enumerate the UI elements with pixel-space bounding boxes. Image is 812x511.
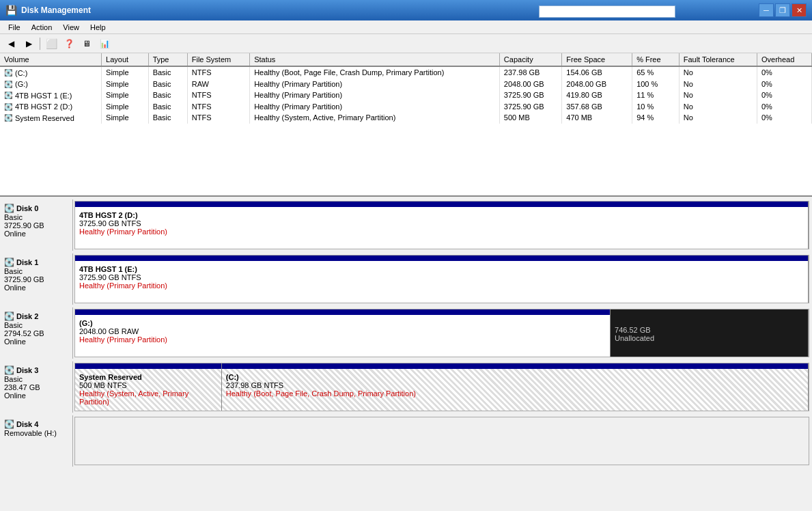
disk-partitions [74,417,809,465]
partition-block[interactable]: System Reserved 500 MB NTFS Healthy (Sys… [75,363,222,411]
cell-layout: Simple [102,112,149,124]
col-overhead[interactable]: Overhead [757,53,811,66]
partition-size: 237.98 GB NTFS [226,381,804,389]
cell-fs: NTFS [187,101,249,113]
disk-row: 💽 Disk 4 Removable (H:) [1,415,811,467]
disk-name-label: Disk 3 [16,366,38,374]
cell-fs: RAW [187,79,249,90]
table-row[interactable]: 💽4TB HGST 1 (E:) Simple Basic NTFS Healt… [0,89,812,101]
disk-button[interactable]: 🖥 [79,36,95,51]
disk-info: 💽 Disk 2 Basic 2794.52 GB Online [1,307,73,359]
cell-pctfree: 65 % [632,66,680,79]
cell-overhead: 0% [757,66,811,79]
partition-size: 2048.00 GB RAW [79,327,606,335]
table-row[interactable]: 💽4TB HGST 2 (D:) Simple Basic NTFS Healt… [0,101,812,113]
disk-name-row: 💽 Disk 0 [4,204,70,213]
cell-capacity: 3725.90 GB [499,101,561,113]
cell-fault: No [679,79,757,90]
col-layout[interactable]: Layout [102,53,149,66]
disk-status-label: Online [4,337,70,346]
cell-fault: No [679,66,757,79]
close-button[interactable]: ✕ [792,3,807,17]
disk-partitions: (G:) 2048.00 GB RAW Healthy (Primary Par… [74,309,809,357]
partition-block[interactable]: 4TB HGST 2 (D:) 3725.90 GB NTFS Healthy … [75,202,809,249]
cell-volume: 💽4TB HGST 2 (D:) [0,101,102,113]
restore-button[interactable]: ❐ [775,3,790,17]
toolbar: ◀ ▶ ⬜ ❓ 🖥 📊 [0,34,812,53]
disk-size-label: 3725.90 GB [4,275,70,284]
cell-pctfree: 100 % [632,79,680,90]
cell-layout: Simple [102,101,149,113]
partition-block[interactable]: (C:) 237.98 GB NTFS Healthy (Boot, Page … [222,363,809,411]
disk-row: 💽 Disk 0 Basic 3725.90 GB Online 4TB HGS… [1,199,811,251]
cell-status: Healthy (Primary Partition) [250,79,500,90]
back-button[interactable]: ◀ [3,36,19,51]
title-bar: 💾 Disk Management ─ ❐ ✕ [0,0,812,20]
minimize-button[interactable]: ─ [759,3,774,17]
disk-icon: 💽 [4,204,14,213]
disk-type-label: Basic [4,267,70,275]
unallocated-label: Unallocated [615,334,804,342]
col-pctfree[interactable]: % Free [632,53,680,66]
cell-volume: 💽(C:) [0,66,102,79]
search-bar[interactable] [539,5,675,18]
col-capacity[interactable]: Capacity [499,53,561,66]
partition-header-bar [75,363,221,369]
partition-name: 4TB HGST 2 (D:) [79,211,804,219]
partition-block[interactable]: (G:) 2048.00 GB RAW Healthy (Primary Par… [75,309,611,357]
partition-size: 3725.90 GB NTFS [79,273,804,281]
disk-icon: 💽 [4,258,14,267]
cell-fs: NTFS [187,89,249,101]
disk-name-label: Disk 0 [16,204,38,212]
col-volume[interactable]: Volume [0,53,102,66]
col-type[interactable]: Type [148,53,187,66]
disk-partitions: 4TB HGST 1 (E:) 3725.90 GB NTFS Healthy … [74,255,809,303]
cell-fault: No [679,112,757,124]
cell-capacity: 2048.00 GB [499,79,561,90]
partition-block[interactable]: 746.52 GB Unallocated [611,309,809,357]
table-row[interactable]: 💽(G:) Simple Basic RAW Healthy (Primary … [0,79,812,90]
col-fs[interactable]: File System [187,53,249,66]
cell-status: Healthy (Primary Partition) [250,101,500,113]
cell-layout: Simple [102,79,149,90]
disk-info: 💽 Disk 4 Removable (H:) [1,415,73,467]
disk-icon: 💽 [4,365,14,375]
menu-file[interactable]: File [3,22,26,33]
disk-info: 💽 Disk 0 Basic 3725.90 GB Online [1,199,73,251]
cell-volume: 💽(G:) [0,79,102,90]
disk-name-row: 💽 Disk 2 [4,312,70,321]
col-fault[interactable]: Fault Tolerance [679,53,757,66]
search-input[interactable] [540,8,675,16]
col-freespace[interactable]: Free Space [562,53,632,66]
cell-volume: 💽4TB HGST 1 (E:) [0,89,102,101]
menu-help[interactable]: Help [85,22,111,33]
table-row[interactable]: 💽System Reserved Simple Basic NTFS Healt… [0,112,812,124]
partition-status: Healthy (System, Active, Primary Partiti… [79,389,217,406]
cell-pctfree: 11 % [632,89,680,101]
col-status[interactable]: Status [250,53,500,66]
app-icon: 💾 [5,5,17,16]
partition-name: 4TB HGST 1 (E:) [79,265,804,273]
view-button[interactable]: ⬜ [43,36,59,51]
volume-table-container: Volume Layout Type File System Status Ca… [0,53,812,197]
chart-button[interactable]: 📊 [96,36,113,51]
window-title: Disk Management [21,5,91,15]
disk-row: 💽 Disk 1 Basic 3725.90 GB Online 4TB HGS… [1,253,811,305]
disk-section[interactable]: 💽 Disk 0 Basic 3725.90 GB Online 4TB HGS… [0,197,812,511]
menu-view[interactable]: View [57,22,85,33]
menu-action[interactable]: Action [26,22,58,33]
help-button[interactable]: ❓ [61,36,77,51]
forward-button[interactable]: ▶ [20,36,37,51]
disk-status-label: Online [4,284,70,292]
disk-info: 💽 Disk 3 Basic 238.47 GB Online [1,361,73,413]
cell-fault: No [679,101,757,113]
table-row[interactable]: 💽(C:) Simple Basic NTFS Healthy (Boot, P… [0,66,812,79]
partition-status: Healthy (Primary Partition) [79,335,606,344]
window-controls: ─ ❐ ✕ [759,3,807,17]
disk-name-label: Disk 2 [16,312,38,320]
cell-overhead: 0% [757,79,811,90]
partition-header-bar [222,363,808,369]
cell-volume: 💽System Reserved [0,112,102,124]
partition-block[interactable]: 4TB HGST 1 (E:) 3725.90 GB NTFS Healthy … [75,255,809,303]
disk-icon: 💽 [4,419,14,429]
